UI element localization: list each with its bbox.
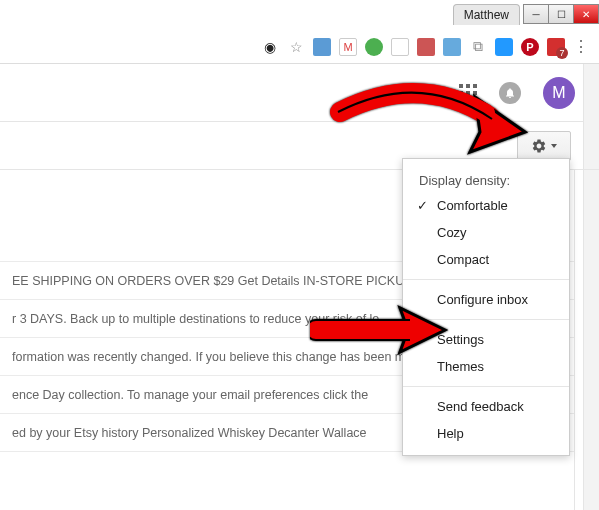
menu-separator (403, 386, 569, 387)
browser-tab[interactable]: Matthew (453, 4, 520, 25)
window-controls: ─ ☐ ✕ (524, 4, 599, 24)
extension-icon[interactable] (365, 38, 383, 56)
send-feedback[interactable]: Send feedback (403, 393, 569, 420)
svg-rect-2 (316, 320, 410, 340)
close-button[interactable]: ✕ (573, 4, 599, 24)
gear-icon (531, 138, 547, 154)
density-compact[interactable]: Compact (403, 246, 569, 273)
annotation-arrow (310, 300, 450, 363)
browser-chrome: Matthew ─ ☐ ✕ (439, 0, 599, 28)
minimize-button[interactable]: ─ (523, 4, 549, 24)
onedrive-icon[interactable] (495, 38, 513, 56)
annotation-arrow (330, 62, 530, 165)
dropbox-icon[interactable]: ⧉ (469, 38, 487, 56)
extension-icon[interactable]: 7 (547, 38, 565, 56)
extension-icon[interactable] (443, 38, 461, 56)
menu-separator (403, 279, 569, 280)
help-item[interactable]: Help (403, 420, 569, 447)
star-icon[interactable]: ☆ (287, 38, 305, 56)
extension-icon[interactable] (417, 38, 435, 56)
gmail-extension-icon[interactable]: M (339, 38, 357, 56)
notification-badge: 7 (556, 47, 568, 59)
avatar[interactable]: M (543, 77, 575, 109)
eye-icon[interactable]: ◉ (261, 38, 279, 56)
density-comfortable[interactable]: Comfortable (403, 192, 569, 219)
extension-icon[interactable] (313, 38, 331, 56)
maximize-button[interactable]: ☐ (548, 4, 574, 24)
density-cozy[interactable]: Cozy (403, 219, 569, 246)
density-label: Display density: (403, 167, 569, 192)
chevron-down-icon (551, 144, 557, 148)
browser-toolbar: ◉ ☆ M ⧉ P 7 ⋮ (0, 30, 599, 64)
browser-menu-icon[interactable]: ⋮ (573, 37, 589, 56)
extension-icon[interactable] (391, 38, 409, 56)
pinterest-icon[interactable]: P (521, 38, 539, 56)
